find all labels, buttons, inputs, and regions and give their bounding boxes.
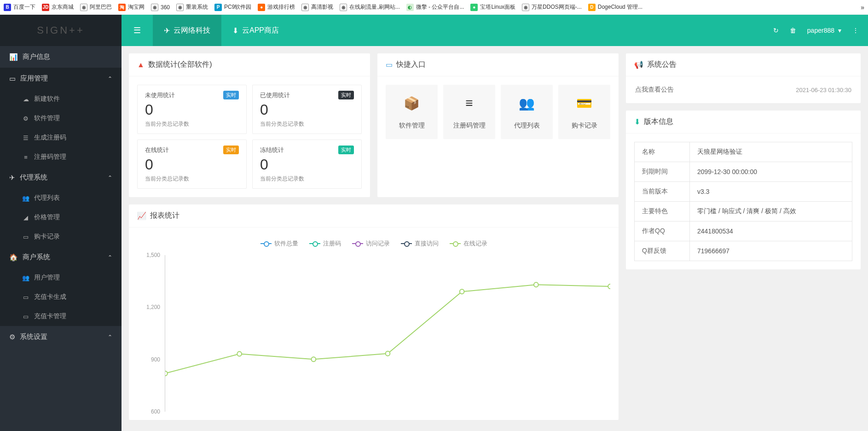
dropbox-icon: ⬇ bbox=[232, 26, 238, 35]
legend-item[interactable]: 软件总量 bbox=[260, 239, 298, 248]
panel-title: 快捷入口 bbox=[396, 60, 426, 70]
bookmark-label: 宝塔Linux面板 bbox=[480, 3, 515, 11]
tab-app-store[interactable]: ⬇ 云APP商店 bbox=[221, 15, 290, 46]
bookmark-item[interactable]: ◉360 bbox=[151, 4, 170, 11]
plot-svg bbox=[165, 255, 610, 412]
stat-subtitle: 当前分类总记录数 bbox=[260, 120, 354, 128]
chart-panel: 📈 报表统计 软件总量注册码访问记录直接访问在线记录 6009001,2001,… bbox=[129, 204, 619, 420]
stat-title: 已使用统计 bbox=[260, 91, 290, 99]
legend-label: 访问记录 bbox=[366, 239, 390, 248]
version-value: 零门槛 / 响应式 / 清爽 / 极简 / 高效 bbox=[690, 202, 852, 221]
sidebar-item-agent-sys[interactable]: ✈ 代理系统 ⌃ bbox=[0, 167, 122, 188]
table-row: 主要特色零门槛 / 响应式 / 清爽 / 极简 / 高效 bbox=[635, 202, 852, 221]
chevron-up-icon: ⌃ bbox=[108, 76, 112, 82]
tab-cloud-tech[interactable]: ✈ 云网络科技 bbox=[153, 15, 221, 46]
nav-sub-icon: ▭ bbox=[22, 313, 29, 320]
bookmark-item[interactable]: ◉万星DDOS网页端-... bbox=[522, 3, 582, 11]
bookmark-item[interactable]: ●游戏排行榜 bbox=[258, 3, 295, 11]
chart-point[interactable] bbox=[237, 352, 242, 356]
top-row: ▲ 数据统计(全部软件) 未使用统计实时0当前分类总记录数已使用统计实时0当前分… bbox=[129, 53, 619, 197]
bookmark-item[interactable]: ●宝塔Linux面板 bbox=[470, 3, 515, 11]
bookmark-item[interactable]: DDogeCloud 管理... bbox=[588, 3, 642, 11]
y-axis: 6009001,2001,500 bbox=[137, 255, 162, 412]
panel-header: 📈 报表统计 bbox=[129, 204, 619, 227]
quick-item[interactable]: 💳购卡记录 bbox=[558, 85, 610, 139]
bookmark-item[interactable]: ◐微擎 - 公众平台自... bbox=[406, 3, 464, 11]
bookmark-item[interactable]: ◉高清影视 bbox=[301, 3, 333, 11]
bookmark-item[interactable]: PPC9软件园 bbox=[214, 3, 251, 11]
sidebar-subitem[interactable]: ▭充值卡管理 bbox=[0, 307, 122, 326]
sidebar-subitem[interactable]: ≡注册码管理 bbox=[0, 147, 122, 167]
sidebar-subitem[interactable]: 👥代理列表 bbox=[0, 188, 122, 208]
sidebar-subitem[interactable]: ⚙软件管理 bbox=[0, 109, 122, 128]
sidebar-item-app-mgmt[interactable]: ▭ 应用管理 ⌃ bbox=[0, 68, 122, 89]
chart-point[interactable] bbox=[165, 371, 168, 376]
dashboard-icon: 📊 bbox=[9, 53, 18, 61]
sidebar-item-merchant-sys[interactable]: 🏠 商户系统 ⌃ bbox=[0, 246, 122, 268]
chart-point[interactable] bbox=[386, 351, 390, 356]
stat-badge: 实时 bbox=[223, 91, 239, 99]
sidebar-item-merchant-info[interactable]: 📊 商户信息 bbox=[0, 46, 122, 68]
bookmark-item[interactable]: B百度一下 bbox=[4, 3, 35, 11]
y-tick: 1,200 bbox=[146, 304, 160, 310]
favicon: ● bbox=[470, 4, 478, 11]
legend-item[interactable]: 直接访问 bbox=[401, 239, 439, 248]
quick-item[interactable]: 📦软件管理 bbox=[386, 85, 438, 139]
card-icon: ▭ bbox=[386, 60, 393, 69]
main: ☰ ✈ 云网络科技 ⬇ 云APP商店 ↻ 🗑 paper888 ▾ ⋮ bbox=[122, 15, 868, 431]
sidebar-item-sys-settings[interactable]: ⚙ 系统设置 ⌃ bbox=[0, 326, 122, 348]
bookmark-label: 游戏排行榜 bbox=[267, 3, 295, 11]
stat-subtitle: 当前分类总记录数 bbox=[145, 175, 239, 183]
chart-point[interactable] bbox=[311, 357, 316, 361]
announce-text: 点我查看公告 bbox=[635, 86, 674, 94]
version-value: 719666697 bbox=[690, 241, 852, 261]
panel-body: 未使用统计实时0当前分类总记录数已使用统计实时0当前分类总记录数在线统计实时0当… bbox=[129, 76, 370, 197]
announce-row[interactable]: 点我查看公告 2021-06-23 01:30:30 bbox=[626, 76, 861, 103]
sidebar-subitem[interactable]: ▭购卡记录 bbox=[0, 227, 122, 246]
version-key: 主要特色 bbox=[635, 202, 690, 221]
stat-badge: 实时 bbox=[338, 91, 354, 99]
sidebar-subitem[interactable]: ▭充值卡生成 bbox=[0, 287, 122, 307]
chart-point[interactable] bbox=[608, 284, 610, 289]
sidebar-subitem[interactable]: ☁新建软件 bbox=[0, 89, 122, 109]
refresh-icon[interactable]: ↻ bbox=[773, 27, 779, 34]
legend-item[interactable]: 在线记录 bbox=[450, 239, 487, 248]
favicon: ◐ bbox=[406, 4, 414, 11]
nav-sub-icon: ☰ bbox=[22, 134, 29, 141]
quick-item[interactable]: ≡注册码管理 bbox=[443, 85, 495, 139]
favicon: ◉ bbox=[80, 4, 87, 11]
more-icon[interactable]: ⋮ bbox=[852, 27, 859, 34]
trash-icon[interactable]: 🗑 bbox=[790, 27, 796, 34]
app-root: SIGN++ 📊 商户信息 ▭ 应用管理 ⌃ ☁新建软件⚙软件管理☰生成注册码≡… bbox=[0, 15, 868, 431]
chart-point[interactable] bbox=[460, 289, 464, 294]
bookmark-label: 百度一下 bbox=[13, 3, 35, 11]
sidebar-sub-label: 注册码管理 bbox=[34, 153, 66, 161]
stat-subtitle: 当前分类总记录数 bbox=[145, 120, 239, 128]
chart-point[interactable] bbox=[534, 282, 538, 287]
bookmark-item[interactable]: JD京东商城 bbox=[42, 3, 74, 11]
user-menu[interactable]: paper888 ▾ bbox=[807, 27, 841, 34]
sidebar-label: 商户信息 bbox=[23, 52, 50, 61]
bookmark-label: 万星DDOS网页端-... bbox=[532, 3, 582, 11]
sidebar-subitem[interactable]: 👥用户管理 bbox=[0, 268, 122, 287]
bookmark-item[interactable]: 淘淘宝网 bbox=[118, 3, 145, 11]
bookmark-item[interactable]: ◉重装系统 bbox=[176, 3, 208, 11]
chevron-down-icon: ▾ bbox=[838, 27, 841, 34]
bookmarks-more-icon[interactable]: » bbox=[861, 4, 864, 11]
quick-item[interactable]: 👥代理列表 bbox=[501, 85, 553, 139]
menu-toggle-icon[interactable]: ☰ bbox=[122, 15, 153, 46]
legend-marker bbox=[450, 241, 461, 246]
bookmark-item[interactable]: ◉阿里巴巴 bbox=[80, 3, 112, 11]
legend-item[interactable]: 注册码 bbox=[309, 239, 341, 248]
legend-item[interactable]: 访问记录 bbox=[352, 239, 390, 248]
sidebar-sub-label: 充值卡管理 bbox=[34, 312, 66, 320]
chart-icon: 📈 bbox=[137, 211, 146, 220]
favicon: ◉ bbox=[522, 4, 529, 11]
version-panel: ⬇ 版本信息 名称天狼星网络验证到期时间2099-12-30 00:00:00当… bbox=[626, 111, 861, 269]
sidebar-subitem[interactable]: ☰生成注册码 bbox=[0, 128, 122, 147]
bookmark-item[interactable]: ◉在线刷流量,刷网站... bbox=[340, 3, 399, 11]
legend-marker bbox=[309, 241, 320, 246]
table-row: 当前版本v3.3 bbox=[635, 182, 852, 202]
sidebar-subitem[interactable]: ◢价格管理 bbox=[0, 208, 122, 227]
nav-sub-icon: 👥 bbox=[22, 274, 29, 281]
